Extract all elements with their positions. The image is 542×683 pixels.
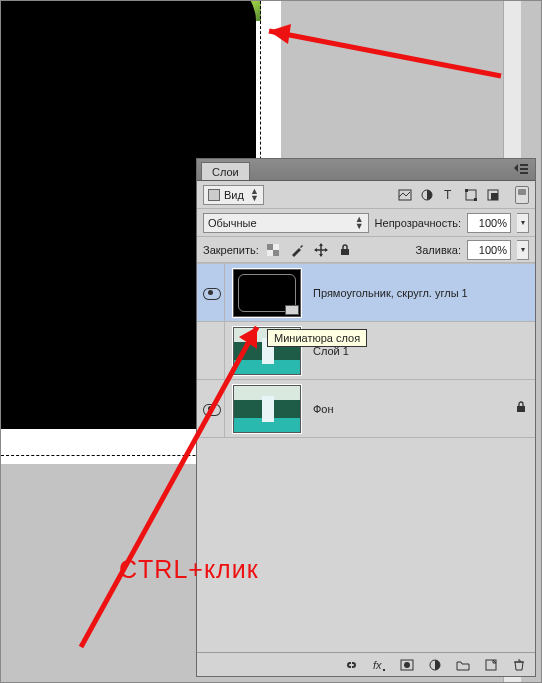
- annotation-text: CTRL+клик: [119, 555, 259, 584]
- visibility-toggle[interactable]: [197, 264, 225, 321]
- lock-label: Закрепить:: [203, 244, 259, 256]
- panel-menu-icon[interactable]: [511, 162, 531, 176]
- filter-kind-select[interactable]: Вид ▲▼: [203, 185, 264, 205]
- opacity-input[interactable]: 100%: [467, 213, 511, 233]
- new-layer-icon[interactable]: [483, 657, 499, 673]
- opacity-dropdown-icon[interactable]: ▾: [517, 213, 529, 233]
- svg-rect-2: [520, 172, 528, 174]
- filter-pixel-icon[interactable]: [397, 187, 413, 203]
- svg-rect-0: [520, 164, 528, 166]
- layer-row[interactable]: Прямоугольник, скругл. углы 1: [197, 264, 535, 322]
- filter-shape-icon[interactable]: [463, 187, 479, 203]
- layer-name[interactable]: Прямоугольник, скругл. углы 1: [313, 287, 468, 299]
- layer-row[interactable]: Фон: [197, 380, 535, 438]
- svg-text:fx: fx: [373, 659, 382, 671]
- filter-kind-label: Вид: [224, 189, 244, 201]
- vector-mask-badge-icon: [285, 305, 299, 315]
- layers-panel: Слои Вид ▲▼ T Обычные ▲▼ Непрозрачность:…: [196, 158, 536, 677]
- layers-list: Прямоугольник, скругл. углы 1 Слой 1 Фон: [197, 263, 535, 652]
- blend-row: Обычные ▲▼ Непрозрачность: 100% ▾: [197, 209, 535, 237]
- link-layers-icon[interactable]: [343, 657, 359, 673]
- blend-mode-select[interactable]: Обычные ▲▼: [203, 213, 369, 233]
- lock-position-icon[interactable]: [313, 242, 329, 258]
- filter-type-icon[interactable]: T: [441, 187, 457, 203]
- svg-rect-8: [474, 198, 477, 201]
- svg-line-22: [269, 31, 501, 76]
- svg-point-19: [404, 662, 410, 668]
- svg-rect-14: [267, 250, 273, 256]
- layer-group-icon[interactable]: [455, 657, 471, 673]
- svg-rect-10: [491, 193, 498, 200]
- fill-label: Заливка:: [416, 244, 461, 256]
- adjustment-layer-icon[interactable]: [427, 657, 443, 673]
- fill-dropdown-icon[interactable]: ▾: [517, 240, 529, 260]
- eye-icon: [203, 404, 219, 414]
- tab-layers[interactable]: Слои: [201, 162, 250, 180]
- fill-input[interactable]: 100%: [467, 240, 511, 260]
- panel-tab-bar: Слои: [197, 159, 535, 181]
- blend-mode-value: Обычные: [208, 217, 257, 229]
- chevron-updown-icon: ▲▼: [250, 188, 259, 202]
- svg-text:T: T: [444, 188, 452, 202]
- svg-rect-1: [520, 168, 528, 170]
- visibility-toggle[interactable]: [197, 380, 225, 437]
- svg-rect-11: [267, 244, 273, 250]
- delete-layer-icon[interactable]: [511, 657, 527, 673]
- svg-rect-16: [517, 406, 525, 412]
- svg-rect-13: [273, 244, 279, 250]
- filter-smart-icon[interactable]: [485, 187, 501, 203]
- svg-rect-15: [341, 249, 349, 255]
- lock-indicator-icon: [515, 401, 527, 416]
- lock-transparency-icon[interactable]: [265, 242, 281, 258]
- lock-pixels-icon[interactable]: [289, 242, 305, 258]
- svg-rect-12: [273, 250, 279, 256]
- lock-row: Закрепить: Заливка: 100% ▾: [197, 237, 535, 263]
- layer-mask-icon[interactable]: [399, 657, 415, 673]
- svg-rect-7: [465, 189, 468, 192]
- chevron-updown-icon: ▲▼: [355, 216, 364, 230]
- layer-thumbnail[interactable]: [233, 269, 301, 317]
- eye-icon: [203, 288, 219, 298]
- layer-name[interactable]: Фон: [313, 403, 334, 415]
- filter-toggle-switch[interactable]: [515, 186, 529, 204]
- filter-adjustment-icon[interactable]: [419, 187, 435, 203]
- lock-all-icon[interactable]: [337, 242, 353, 258]
- layer-filter-row: Вид ▲▼ T: [197, 181, 535, 209]
- layer-thumbnail[interactable]: [233, 385, 301, 433]
- visibility-toggle[interactable]: [197, 322, 225, 379]
- opacity-label: Непрозрачность:: [375, 217, 461, 229]
- panel-bottom-bar: fx: [197, 652, 535, 676]
- layer-style-icon[interactable]: fx: [371, 657, 387, 673]
- tooltip: Миниатюра слоя: [267, 329, 367, 347]
- search-icon: [208, 189, 220, 201]
